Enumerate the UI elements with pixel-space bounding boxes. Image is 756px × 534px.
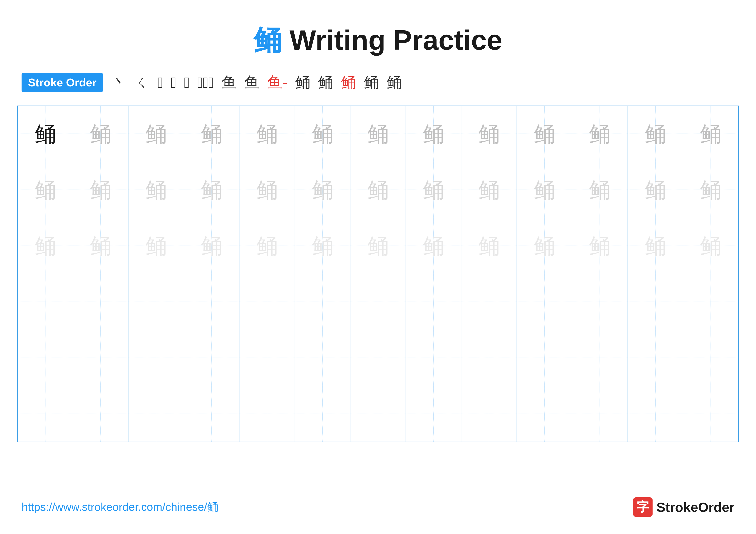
footer-url[interactable]: https://www.strokeorder.com/chinese/鲬: [21, 499, 218, 515]
title-rest: Writing Practice: [282, 24, 502, 56]
grid-cell[interactable]: [572, 386, 628, 442]
grid-cell[interactable]: 鲬: [628, 218, 683, 274]
grid-row-3: 鲬 鲬 鲬 鲬 鲬 鲬 鲬: [17, 218, 739, 274]
grid-cell[interactable]: 鲬: [683, 218, 739, 274]
grid-cell[interactable]: [184, 386, 239, 442]
footer-brand: 字 StrokeOrder: [633, 497, 735, 517]
grid-cell[interactable]: [128, 274, 184, 330]
grid-cell[interactable]: 鲬: [239, 218, 295, 274]
grid-cell[interactable]: 鲬: [517, 162, 572, 218]
grid-cell[interactable]: 鲬: [461, 106, 517, 162]
grid-cell[interactable]: [517, 330, 572, 386]
grid-cell[interactable]: [628, 386, 683, 442]
grid-cell[interactable]: 鲬: [73, 106, 128, 162]
grid-cell[interactable]: [239, 386, 295, 442]
grid-cell[interactable]: [239, 330, 295, 386]
stroke-14: 鲬: [387, 72, 402, 93]
grid-cell[interactable]: [572, 274, 628, 330]
grid-cell[interactable]: [406, 330, 461, 386]
grid-cell[interactable]: 鲬: [572, 218, 628, 274]
footer: https://www.strokeorder.com/chinese/鲬 字 …: [21, 497, 735, 517]
practice-grid: 鲬 鲬 鲬 鲬 鲬 鲬 鲬: [17, 106, 739, 442]
grid-cell[interactable]: [128, 330, 184, 386]
grid-cell[interactable]: [683, 274, 739, 330]
grid-cell[interactable]: [517, 386, 572, 442]
grid-cell[interactable]: [295, 330, 350, 386]
grid-cell[interactable]: [517, 274, 572, 330]
grid-cell[interactable]: 鲬: [73, 218, 128, 274]
grid-cell[interactable]: 鲬: [628, 106, 683, 162]
grid-cell[interactable]: [628, 330, 683, 386]
grid-cell[interactable]: [683, 386, 739, 442]
stroke-11: 鲬: [318, 72, 333, 93]
grid-cell[interactable]: 鲬: [128, 162, 184, 218]
stroke-4: 𠂇: [171, 74, 176, 91]
grid-cell[interactable]: 鲬: [184, 218, 239, 274]
grid-cell[interactable]: 鲬: [73, 162, 128, 218]
grid-cell[interactable]: 鲬: [350, 162, 406, 218]
brand-name: StrokeOrder: [657, 499, 735, 515]
grid-cell[interactable]: [295, 386, 350, 442]
grid-cell[interactable]: [184, 330, 239, 386]
grid-cell[interactable]: 鲬: [406, 106, 461, 162]
grid-cell[interactable]: [406, 386, 461, 442]
grid-cell[interactable]: 鲬: [128, 218, 184, 274]
page-title: 鲬 Writing Practice: [0, 0, 756, 60]
grid-cell[interactable]: [295, 274, 350, 330]
grid-cell[interactable]: [350, 386, 406, 442]
grid-cell[interactable]: [73, 386, 128, 442]
grid-cell[interactable]: [461, 274, 517, 330]
grid-cell[interactable]: 鲬: [184, 106, 239, 162]
grid-cell[interactable]: [128, 386, 184, 442]
stroke-12: 鲬: [341, 72, 356, 93]
stroke-order-row: Stroke Order 丶 ㄑ 𠂆 𠂇 𠃋 ⿱𠂇灬 鱼 鱼 鱼- 鲬 鲬 鲬 …: [0, 72, 756, 93]
grid-row-4: [17, 274, 739, 330]
grid-cell[interactable]: 鲬: [17, 218, 73, 274]
grid-cell[interactable]: 鲬: [406, 218, 461, 274]
grid-cell[interactable]: 鲬: [295, 218, 350, 274]
grid-cell[interactable]: 鲬: [572, 106, 628, 162]
grid-cell[interactable]: 鲬: [683, 162, 739, 218]
practice-grid-container: 鲬 鲬 鲬 鲬 鲬 鲬 鲬: [0, 106, 756, 442]
grid-cell[interactable]: 鲬: [517, 218, 572, 274]
grid-cell[interactable]: 鲬: [295, 106, 350, 162]
grid-cell[interactable]: [17, 386, 73, 442]
grid-cell[interactable]: 鲬: [406, 162, 461, 218]
grid-cell[interactable]: 鲬: [17, 106, 73, 162]
grid-cell[interactable]: [184, 274, 239, 330]
grid-cell[interactable]: [461, 330, 517, 386]
grid-cell[interactable]: 鲬: [517, 106, 572, 162]
grid-row-2: 鲬 鲬 鲬 鲬 鲬 鲬 鲬: [17, 162, 739, 218]
grid-cell[interactable]: 鲬: [628, 162, 683, 218]
grid-cell[interactable]: 鲬: [295, 162, 350, 218]
grid-cell[interactable]: [73, 274, 128, 330]
grid-cell[interactable]: 鲬: [350, 106, 406, 162]
grid-cell[interactable]: [572, 330, 628, 386]
stroke-7: 鱼: [222, 72, 237, 93]
brand-icon: 字: [633, 497, 653, 517]
grid-cell[interactable]: [461, 386, 517, 442]
grid-cell[interactable]: 鲬: [461, 218, 517, 274]
grid-cell[interactable]: 鲬: [572, 162, 628, 218]
grid-cell[interactable]: 鲬: [461, 162, 517, 218]
grid-cell[interactable]: 鲬: [239, 106, 295, 162]
grid-cell[interactable]: [17, 274, 73, 330]
grid-cell[interactable]: [628, 274, 683, 330]
grid-cell[interactable]: 鲬: [184, 162, 239, 218]
grid-cell[interactable]: 鲬: [128, 106, 184, 162]
grid-cell[interactable]: 鲬: [17, 162, 73, 218]
stroke-2: ㄑ: [134, 72, 150, 93]
grid-cell[interactable]: [406, 274, 461, 330]
stroke-steps: 丶 ㄑ 𠂆 𠂇 𠃋 ⿱𠂇灬 鱼 鱼 鱼- 鲬 鲬 鲬 鲬 鲬: [112, 72, 402, 93]
grid-cell[interactable]: [239, 274, 295, 330]
grid-cell[interactable]: 鲬: [350, 218, 406, 274]
grid-cell[interactable]: [683, 330, 739, 386]
grid-cell[interactable]: 鲬: [239, 162, 295, 218]
grid-cell[interactable]: [350, 274, 406, 330]
stroke-3: 𠂆: [157, 74, 163, 91]
stroke-8: 鱼: [244, 72, 259, 93]
grid-cell[interactable]: [73, 330, 128, 386]
grid-cell[interactable]: [17, 330, 73, 386]
grid-cell[interactable]: 鲬: [683, 106, 739, 162]
grid-cell[interactable]: [350, 330, 406, 386]
